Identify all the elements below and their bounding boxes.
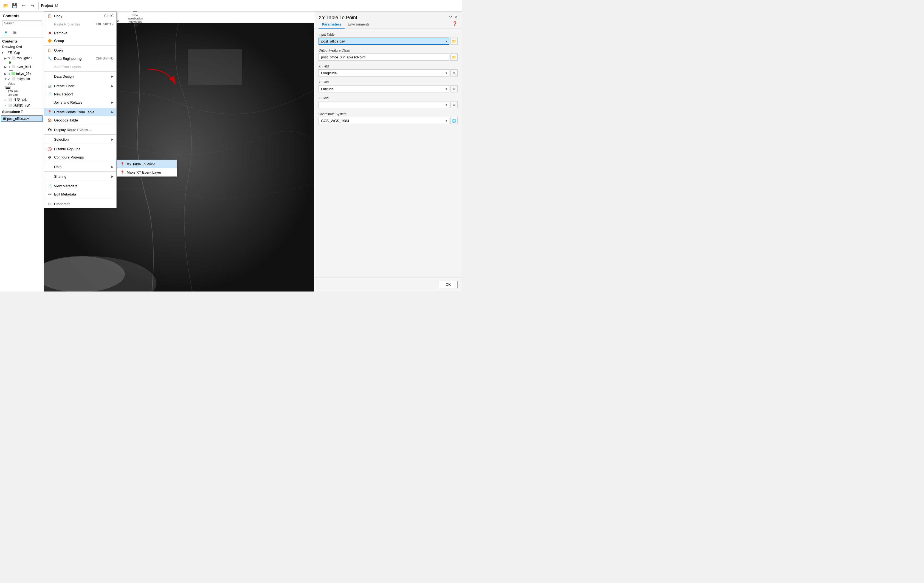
- xy-table-label: XY Table To Point: [127, 162, 155, 166]
- cm-data[interactable]: Data ▶: [44, 163, 116, 171]
- map-area[interactable]: Imagery Share He 📁 Add Folder 🗃 New Inve…: [44, 12, 314, 292]
- input-table-select[interactable]: post_office.csv: [318, 38, 449, 45]
- cm-paste-props: Paste Properties Ctrl+Shift+V: [44, 20, 116, 28]
- cm-sep2: [44, 45, 116, 46]
- context-menu: 📋 Copy Ctrl+C Paste Properties Ctrl+Shif…: [44, 12, 117, 208]
- sub-xy-table[interactable]: 📍 XY Table To Point: [117, 160, 177, 168]
- cm-properties[interactable]: ⊞ Properties: [44, 199, 116, 208]
- rp-tab-environments[interactable]: Environments: [345, 21, 373, 28]
- y-field-settings-btn[interactable]: ⚙: [450, 85, 458, 92]
- tree-text: river_9kei: [17, 65, 31, 69]
- submenu-arrow: ▶: [111, 165, 114, 168]
- search-input[interactable]: [2, 20, 41, 26]
- rp-tab-parameters[interactable]: Parameters: [318, 21, 345, 28]
- cm-geocode[interactable]: 🏠 Geocode Table: [44, 116, 116, 124]
- cm-add-error: Add Error Layers: [44, 63, 116, 71]
- table-icon[interactable]: ⊞: [11, 28, 19, 36]
- cm-create-points[interactable]: 📍 Create Points From Table ▶: [44, 108, 116, 116]
- tree-text: cvs_jgd20: [17, 56, 31, 60]
- cm-new-report[interactable]: 📄 New Report: [44, 90, 116, 98]
- map-icon: 🗺: [8, 51, 13, 55]
- z-field-select-wrap: ▼: [318, 101, 449, 108]
- x-field-select-wrap: Longitude ▼: [318, 69, 449, 76]
- tree-check[interactable]: □: [8, 72, 12, 76]
- tree-arrow: ▼: [1, 51, 4, 54]
- cm-create-chart[interactable]: 📊 Create Chart ▶: [44, 82, 116, 90]
- layer-icon: ⬜: [12, 77, 16, 81]
- cm-open[interactable]: 📋 Open: [44, 46, 116, 54]
- rp-help-icon[interactable]: ?: [449, 15, 452, 21]
- rp-title-row: XY Table To Point ? ✕: [318, 15, 458, 21]
- cm-remove[interactable]: ✕ Remove: [44, 30, 116, 36]
- tree-item-map[interactable]: ▼ 🗺 Map: [0, 50, 44, 55]
- z-field-select[interactable]: [318, 101, 449, 108]
- coord-system-select[interactable]: GCS_WGS_1984: [318, 117, 449, 124]
- joins-icon: [47, 100, 53, 105]
- tree-item-river[interactable]: ▶ □ ⬜ river_9kei: [0, 64, 44, 70]
- tree-item-chuki[interactable]: ✓ ⬜ 注記（地: [0, 97, 44, 103]
- input-table-browse-btn[interactable]: 📁: [450, 38, 458, 45]
- cm-data-engineering[interactable]: 🔧 Data Engineering Ctrl+Shift+D: [44, 54, 116, 63]
- edit-metadata-icon: ✏: [47, 191, 53, 197]
- dot-icon: [9, 61, 11, 64]
- value-gradient: [5, 86, 10, 89]
- cm-configure-popups[interactable]: ⚙ Configure Pop-ups: [44, 153, 116, 161]
- layer-icon: ⬜: [8, 104, 13, 108]
- map-label: M: [55, 3, 58, 8]
- cm-display-route[interactable]: 🗺 Display Route Events...: [44, 125, 116, 134]
- layers-icon[interactable]: ≡: [2, 28, 10, 36]
- cm-edit-metadata[interactable]: ✏ Edit Metadata: [44, 190, 116, 198]
- rp-help-circle[interactable]: ❓: [452, 21, 458, 26]
- cm-disable-popups-label: Disable Pop-ups: [54, 147, 114, 151]
- rp-close-icon[interactable]: ✕: [454, 15, 458, 21]
- toolbar-undo-icon[interactable]: ↩: [20, 2, 27, 10]
- xy-table-icon: 📍: [120, 161, 125, 167]
- new-investigation-label: New InvestigationKnowledge Graph: [126, 14, 145, 27]
- configure-popups-icon: ⚙: [47, 155, 53, 160]
- tree-check[interactable]: ✓: [4, 104, 8, 107]
- sub-make-xy-event[interactable]: 📍 Make XY Event Layer: [117, 168, 177, 176]
- y-field-row: Latitude ▼ ⚙: [318, 85, 458, 92]
- tree-check[interactable]: ✓: [4, 98, 8, 102]
- copy-icon: 📋: [47, 13, 53, 19]
- tree-check[interactable]: □: [8, 56, 12, 60]
- tree-text: 地形図（W: [13, 104, 30, 108]
- cm-create-points-label: Create Points From Table: [54, 110, 111, 114]
- tree-check[interactable]: ✓: [8, 77, 12, 81]
- tree-item-cvs[interactable]: ▶ □ ⬜ cvs_jgd20: [0, 55, 44, 61]
- output-input[interactable]: [318, 53, 449, 61]
- ok-button[interactable]: OK: [439, 281, 458, 288]
- z-field-settings-btn[interactable]: ⚙: [450, 101, 458, 108]
- cm-disable-popups[interactable]: 🚫 Disable Pop-ups: [44, 145, 116, 153]
- cm-view-metadata[interactable]: 📄 View Metadata: [44, 182, 116, 190]
- cm-properties-label: Properties: [54, 202, 114, 206]
- cm-data-design[interactable]: Data Design ▶: [44, 72, 116, 80]
- cm-create-chart-label: Create Chart: [54, 84, 111, 88]
- cm-sharing[interactable]: Sharing ▶: [44, 172, 116, 180]
- cm-copy-shortcut: Ctrl+C: [104, 14, 114, 18]
- x-field-select[interactable]: Longitude: [318, 69, 449, 76]
- cm-group[interactable]: 🔶 Group: [44, 36, 116, 45]
- toolbar-redo-icon[interactable]: ↪: [28, 2, 36, 10]
- toolbar-save-icon[interactable]: 💾: [11, 2, 19, 10]
- output-browse-btn[interactable]: 📁: [450, 53, 458, 61]
- new-investigation-btn[interactable]: 🗃 New InvestigationKnowledge Graph: [124, 12, 146, 27]
- coord-system-label: Coordinate System: [318, 112, 458, 116]
- cm-joins-relates[interactable]: Joins and Relates ▶: [44, 98, 116, 106]
- tree-item-tokyostr[interactable]: ▼ ✓ ⬜ tokyo_str: [0, 76, 44, 82]
- tree-item-tokyo23k[interactable]: ▶ □ tokyo_23k: [0, 71, 44, 76]
- tree-check[interactable]: □: [8, 65, 12, 69]
- y-field-select[interactable]: Latitude: [318, 85, 449, 92]
- rp-title-icons: ? ✕: [449, 15, 458, 21]
- cm-selection[interactable]: Selection ▶: [44, 135, 116, 143]
- view-metadata-icon: 📄: [47, 183, 53, 189]
- post-office-item[interactable]: ⊞ post_office.csv: [1, 115, 43, 122]
- submenu-arrow: ▶: [111, 175, 114, 178]
- tree-item-chikei[interactable]: ✓ ⬜ 地形図（W: [0, 103, 44, 109]
- x-field-settings-btn[interactable]: ⚙: [450, 69, 458, 76]
- coord-system-globe-btn[interactable]: 🌐: [450, 117, 458, 124]
- submenu-arrow: ▶: [111, 75, 114, 78]
- disable-popups-icon: 🚫: [47, 146, 53, 152]
- cm-copy[interactable]: 📋 Copy Ctrl+C: [44, 12, 116, 20]
- toolbar-folder-icon[interactable]: 📂: [2, 2, 10, 10]
